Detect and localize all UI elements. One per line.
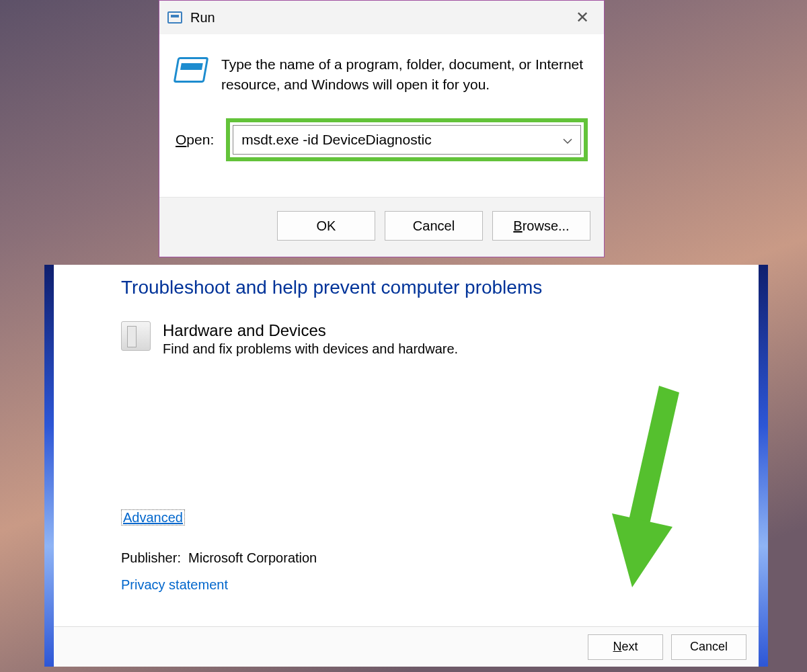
advanced-link[interactable]: Advanced xyxy=(121,509,185,526)
ts-cancel-button[interactable]: Cancel xyxy=(671,634,746,660)
run-dialog: Run ✕ Type the name of a program, folder… xyxy=(159,0,605,257)
chevron-down-icon[interactable] xyxy=(563,132,572,148)
run-titlebar: Run ✕ xyxy=(159,1,604,34)
run-footer: OK Cancel Browse... xyxy=(159,197,604,257)
svg-marker-1 xyxy=(612,513,672,587)
open-label-accel: O xyxy=(176,132,186,147)
open-combobox[interactable]: msdt.exe -id DeviceDiagnostic xyxy=(233,125,581,155)
troubleshooter-window: Troubleshoot and help prevent computer p… xyxy=(44,265,768,667)
advanced-link-row: Advanced xyxy=(121,510,185,526)
troubleshooter-footer: Next Cancel xyxy=(54,626,759,667)
run-title: Run xyxy=(190,10,215,26)
run-info-text: Type the name of a program, folder, docu… xyxy=(221,54,588,95)
next-accel: N xyxy=(613,640,621,654)
browse-accel: B xyxy=(513,218,522,234)
cancel-button[interactable]: Cancel xyxy=(385,211,483,241)
run-info-row: Type the name of a program, folder, docu… xyxy=(176,54,588,95)
privacy-link[interactable]: Privacy statement xyxy=(121,577,228,592)
troubleshooter-heading: Troubleshoot and help prevent computer p… xyxy=(121,277,691,298)
run-body: Type the name of a program, folder, docu… xyxy=(159,34,604,197)
ok-button-label: OK xyxy=(317,218,336,234)
publisher-row: Publisher: Microsoft Corporation xyxy=(121,550,317,566)
annotation-arrow-icon xyxy=(612,386,693,587)
next-rest: ext xyxy=(621,640,638,654)
troubleshooter-item: Hardware and Devices Find and fix proble… xyxy=(121,321,691,357)
run-program-icon xyxy=(174,57,209,83)
open-field-highlight: msdt.exe -id DeviceDiagnostic xyxy=(226,118,588,161)
browse-button[interactable]: Browse... xyxy=(492,211,590,241)
run-icon xyxy=(167,11,182,24)
next-button[interactable]: Next xyxy=(588,634,663,660)
open-label-rest: pen: xyxy=(186,132,214,147)
browse-rest: rowse... xyxy=(523,218,570,234)
privacy-row: Privacy statement xyxy=(121,577,228,593)
open-label: Open: xyxy=(176,132,214,148)
troubleshooter-body: Troubleshoot and help prevent computer p… xyxy=(54,265,759,626)
run-open-row: Open: msdt.exe -id DeviceDiagnostic xyxy=(176,118,588,161)
publisher-value: Microsoft Corporation xyxy=(188,550,317,565)
close-icon[interactable]: ✕ xyxy=(569,5,596,30)
troubleshooter-item-title: Hardware and Devices xyxy=(163,321,458,340)
cancel-button-label: Cancel xyxy=(413,218,455,234)
ok-button[interactable]: OK xyxy=(277,211,375,241)
troubleshooter-item-desc: Find and fix problems with devices and h… xyxy=(163,341,458,357)
troubleshooter-item-text: Hardware and Devices Find and fix proble… xyxy=(163,321,458,357)
svg-marker-0 xyxy=(629,386,679,527)
open-combobox-value: msdt.exe -id DeviceDiagnostic xyxy=(241,132,431,148)
hardware-devices-icon xyxy=(121,321,151,351)
publisher-label: Publisher: xyxy=(121,550,181,565)
ts-cancel-label: Cancel xyxy=(690,640,728,654)
